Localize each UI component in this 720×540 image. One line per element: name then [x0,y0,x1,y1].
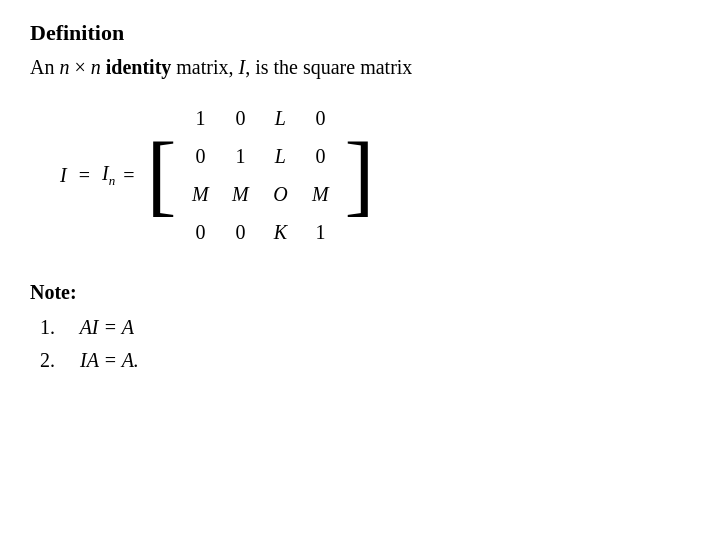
cell-3-1: 0 [220,221,260,244]
cell-2-3: M [300,183,340,206]
comma: , [245,56,250,78]
var-n2: n [91,56,101,78]
note-item-1: 1. AI = A [40,316,690,339]
page-title: Definition [30,20,690,46]
note-expr-1: AI = A [70,316,134,339]
cell-0-1: 0 [220,107,260,130]
note-title: Note: [30,281,690,304]
page-container: Definition An n × n identity matrix, I, … [0,0,720,540]
note-num-1: 1. [40,316,70,339]
matrix-wrapper: [ 1 0 L 0 0 1 L 0 M M O M 0 0 K 1 ] [146,99,374,251]
cell-3-0: 0 [180,221,220,244]
intro-rest: matrix, [176,56,238,78]
cell-1-2: L [260,145,300,168]
cell-2-1: M [220,183,260,206]
cell-1-3: 0 [300,145,340,168]
matrix-section: I = In = [ 1 0 L 0 0 1 L 0 M M O M 0 [60,99,690,251]
intro-line: An n × n identity matrix, I, is the squa… [30,56,690,79]
bracket-left: [ [146,130,176,220]
equals2: = [123,164,134,187]
var-n1: n [59,56,69,78]
cell-0-2: L [260,107,300,130]
cell-3-2: K [260,221,300,244]
cell-0-3: 0 [300,107,340,130]
equation-lhs: I [60,164,67,187]
equation-mid: In [102,162,115,189]
identity-word: identity [106,56,172,78]
subscript-n: n [109,173,116,188]
equals1: = [79,164,90,187]
note-expr-2: IA = A. [70,349,139,372]
bracket-right: ] [344,130,374,220]
cell-1-1: 1 [220,145,260,168]
note-list: 1. AI = A 2. IA = A. [30,316,690,372]
times-symbol: × [74,56,90,78]
note-num-2: 2. [40,349,70,372]
note-section: Note: 1. AI = A 2. IA = A. [30,281,690,372]
intro-tail: is the square matrix [255,56,412,78]
cell-2-0: M [180,183,220,206]
note-item-2: 2. IA = A. [40,349,690,372]
cell-2-2: O [260,183,300,206]
matrix-grid: 1 0 L 0 0 1 L 0 M M O M 0 0 K 1 [180,99,340,251]
cell-3-3: 1 [300,221,340,244]
cell-0-0: 1 [180,107,220,130]
cell-1-0: 0 [180,145,220,168]
